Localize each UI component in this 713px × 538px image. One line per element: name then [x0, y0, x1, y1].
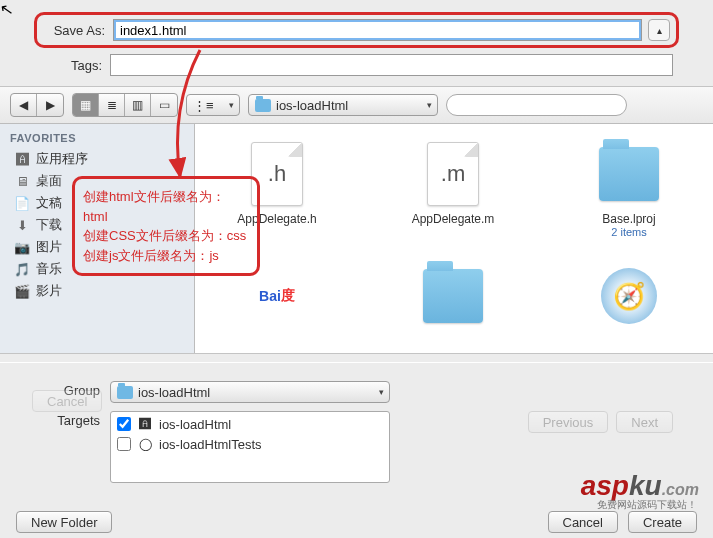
folder-icon — [255, 99, 271, 112]
save-as-input[interactable] — [113, 19, 642, 41]
search-wrap — [446, 94, 696, 116]
downloads-icon: ⬇ — [14, 217, 30, 233]
group-row: Group ios-loadHtml — [40, 381, 673, 403]
file-sub: 2 items — [611, 226, 646, 238]
location-popup[interactable]: ios-loadHtml — [248, 94, 438, 116]
sidebar-item-label: 图片 — [36, 238, 62, 256]
annotation-line: 创建js文件后缀名为：js — [83, 246, 249, 266]
file-item[interactable] — [383, 262, 523, 334]
location-label: ios-loadHtml — [276, 98, 348, 113]
tags-input[interactable] — [110, 54, 673, 76]
sidebar-header: FAVORITES — [0, 130, 194, 148]
desktop-icon: 🖥 — [14, 173, 30, 189]
new-folder-button[interactable]: New Folder — [16, 511, 112, 533]
targets-label: Targets — [40, 411, 100, 428]
arrange-popup[interactable]: ⋮≡ — [186, 94, 240, 116]
sidebar-item-label: 下载 — [36, 216, 62, 234]
movies-icon: 🎬 — [14, 283, 30, 299]
file-item[interactable]: 🧭 — [559, 262, 699, 334]
app-icon: 🅰 — [137, 416, 153, 432]
browser-toolbar: ◀ ▶ ▦ ≣ ▥ ▭ ⋮≡ ios-loadHtml — [0, 87, 713, 124]
file-name: Base.lproj — [602, 212, 655, 226]
back-button[interactable]: ◀ — [11, 94, 37, 116]
annotation-line: 创建CSS文件后缀名为：css — [83, 226, 249, 246]
list-view-button[interactable]: ≣ — [99, 94, 125, 116]
folder-icon — [599, 147, 659, 201]
expand-toggle-button[interactable]: ▴ — [648, 19, 670, 41]
next-button[interactable]: Next — [616, 411, 673, 433]
cancel-ghost: Cancel — [32, 390, 102, 412]
tags-label: Tags: — [40, 58, 102, 73]
tags-row: Tags: — [40, 54, 673, 76]
arrange-icon: ⋮≡ — [193, 98, 214, 113]
previous-button[interactable]: Previous — [528, 411, 609, 433]
sidebar-item-label: 影片 — [36, 282, 62, 300]
save-as-row-highlight: Save As: ▴ — [34, 12, 679, 48]
pictures-icon: 📷 — [14, 239, 30, 255]
create-button[interactable]: Create — [628, 511, 697, 533]
sidebar-item-apps[interactable]: 🅰应用程序 — [0, 148, 194, 170]
save-panel-top: Save As: ▴ Tags: — [0, 0, 713, 87]
file-name: AppDelegate.m — [412, 212, 495, 226]
annotation-line: 创建html文件后缀名为：html — [83, 187, 249, 226]
group-value: ios-loadHtml — [138, 385, 210, 400]
sidebar-item-label: 音乐 — [36, 260, 62, 278]
folder-icon — [423, 269, 483, 323]
annotation-box: 创建html文件后缀名为：html 创建CSS文件后缀名为：css 创建js文件… — [72, 176, 260, 276]
targets-list: 🅰 ios-loadHtml ◯ ios-loadHtmlTests — [110, 411, 390, 483]
file-grid[interactable]: .h AppDelegate.h .m AppDelegate.m Base.l… — [195, 124, 713, 353]
coverflow-view-button[interactable]: ▭ — [151, 94, 177, 116]
target-checkbox[interactable] — [117, 437, 131, 451]
icon-view-button[interactable]: ▦ — [73, 94, 99, 116]
sidebar-item-movies[interactable]: 🎬影片 — [0, 280, 194, 302]
documents-icon: 📄 — [14, 195, 30, 211]
column-view-button[interactable]: ▥ — [125, 94, 151, 116]
search-input[interactable] — [446, 94, 627, 116]
watermark-sub: 免费网站源码下载站！ — [597, 498, 697, 512]
sidebar-item-label: 文稿 — [36, 194, 62, 212]
folder-icon — [117, 386, 133, 399]
targets-row: Targets 🅰 ios-loadHtml ◯ ios-loadHtmlTes… — [40, 411, 673, 483]
m-file-icon: .m — [427, 142, 479, 206]
group-popup[interactable]: ios-loadHtml — [110, 381, 390, 403]
view-mode-group: ▦ ≣ ▥ ▭ — [72, 93, 178, 117]
target-row[interactable]: 🅰 ios-loadHtml — [113, 414, 387, 434]
cancel-button[interactable]: Cancel — [548, 511, 618, 533]
nav-back-forward: ◀ ▶ — [10, 93, 64, 117]
apps-icon: 🅰 — [14, 151, 30, 167]
file-item[interactable]: .m AppDelegate.m — [383, 140, 523, 238]
target-row[interactable]: ◯ ios-loadHtmlTests — [113, 434, 387, 454]
music-icon: 🎵 — [14, 261, 30, 277]
safari-icon: 🧭 — [601, 268, 657, 324]
save-as-label: Save As: — [43, 23, 105, 38]
target-name: ios-loadHtmlTests — [159, 437, 262, 452]
sidebar-item-label: 桌面 — [36, 172, 62, 190]
target-name: ios-loadHtml — [159, 417, 231, 432]
file-item[interactable]: Base.lproj 2 items — [559, 140, 699, 238]
target-checkbox[interactable] — [117, 417, 131, 431]
forward-button[interactable]: ▶ — [37, 94, 63, 116]
sidebar-item-label: 应用程序 — [36, 150, 88, 168]
test-icon: ◯ — [137, 436, 153, 452]
